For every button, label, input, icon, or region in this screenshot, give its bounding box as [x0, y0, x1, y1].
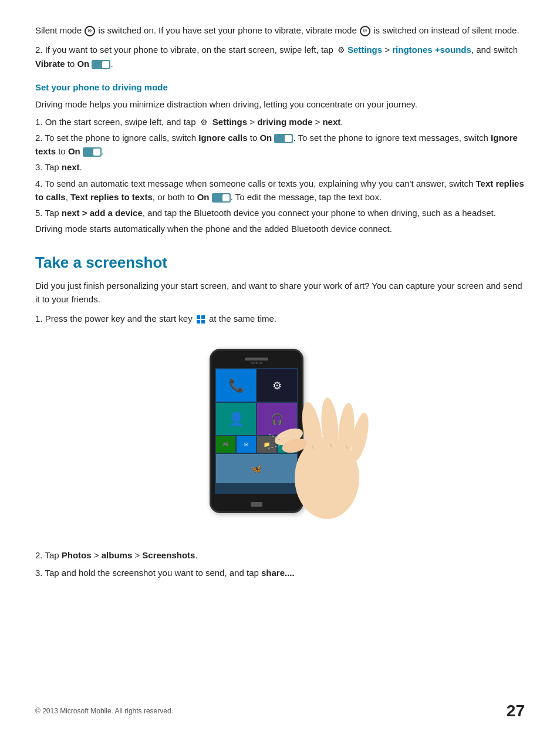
toggle-switch-3 — [83, 147, 102, 157]
phone-wrap: NOKIA 📞 ⚙ 👤 🎧 — [192, 343, 368, 531]
svg-rect-3 — [201, 320, 205, 323]
page-number: 27 — [507, 702, 525, 720]
on-label-3: On — [68, 146, 80, 156]
screenshot-step-3: 3. Tap and hold the screenshot you want … — [35, 566, 525, 579]
screenshot-intro: Did you just finish personalizing your s… — [35, 279, 525, 306]
ringtones-sounds-link: ringtones +sounds — [392, 45, 471, 55]
silent-mode-icon: ⊗ — [85, 26, 95, 36]
driving-section: Set your phone to driving mode Driving m… — [35, 81, 525, 236]
svg-rect-2 — [197, 320, 200, 323]
next-label-1: next — [322, 117, 340, 127]
photos-label: Photos — [62, 550, 92, 560]
screenshot-step-1: 1. Press the power key and the start key… — [35, 312, 525, 325]
on-label-2: On — [259, 133, 272, 143]
toggle-switch-1 — [92, 60, 110, 69]
footer: © 2013 Microsoft Mobile. All rights rese… — [35, 702, 525, 720]
tile-phone: 📞 — [216, 369, 256, 402]
svg-rect-0 — [197, 315, 200, 319]
albums-label: albums — [102, 550, 133, 560]
svg-line-15 — [267, 446, 280, 449]
vibrate-mode-icon: ⊘ — [360, 26, 370, 36]
phone-speaker — [245, 358, 268, 360]
settings-gear-icon-2: ⚙ — [199, 117, 210, 128]
driving-step-3: 3. Tap next. — [35, 160, 525, 174]
hand-illustration — [262, 378, 380, 531]
toggle-switch-2 — [274, 134, 293, 143]
screenshot-section: Take a screenshot Did you just finish pe… — [35, 254, 525, 579]
intro-paragraph-1: Silent mode ⊗ is switched on. If you hav… — [35, 23, 525, 37]
phone-illustration: NOKIA 📞 ⚙ 👤 🎧 — [35, 343, 525, 531]
page-content: Silent mode ⊗ is switched on. If you hav… — [35, 23, 525, 579]
driving-intro: Driving mode helps you minimize distract… — [35, 97, 525, 111]
driving-mode-label: driving mode — [257, 117, 312, 127]
bottom-steps: 2. Tap Photos > albums > Screenshots. 3.… — [35, 548, 525, 579]
screenshots-label: Screenshots — [142, 550, 195, 560]
tile-person: 👤 — [216, 403, 256, 435]
next-add-device-label: next > add a device — [62, 208, 143, 218]
copyright: © 2013 Microsoft Mobile. All rights rese… — [35, 707, 173, 715]
tile-sm-1: 🎮 — [216, 436, 235, 453]
vibrate-label: Vibrate — [35, 59, 65, 69]
ignore-calls-label: Ignore calls — [198, 133, 247, 143]
driving-outro: Driving mode starts automatically when t… — [35, 222, 525, 235]
driving-step-2: 2. To set the phone to ignore calls, swi… — [35, 131, 525, 159]
driving-step-4: 4. To send an automatic text message whe… — [35, 177, 525, 204]
windows-key-icon — [195, 314, 206, 325]
settings-label-2: Settings — [212, 117, 247, 127]
settings-link-1: Settings — [348, 45, 382, 55]
text-replies-texts-label: Text replies to texts — [70, 192, 153, 202]
screenshot-step-2: 2. Tap Photos > albums > Screenshots. — [35, 548, 525, 562]
toggle-switch-4 — [212, 193, 231, 203]
driving-step-1: 1. On the start screen, swipe left, and … — [35, 115, 525, 129]
share-label: share.... — [261, 568, 295, 578]
intro-paragraph-2: 2. If you want to set your phone to vibr… — [35, 43, 525, 70]
driving-step-5: 5. Tap next > add a device, and tap the … — [35, 206, 525, 220]
phone-brand: NOKIA — [251, 361, 263, 365]
phone-home-button — [251, 502, 262, 507]
svg-rect-1 — [201, 315, 205, 319]
next-label-2: next — [62, 162, 80, 172]
driving-heading: Set your phone to driving mode — [35, 81, 525, 95]
on-label-1: On — [77, 59, 89, 69]
on-label-4: On — [197, 192, 210, 202]
screenshot-heading: Take a screenshot — [35, 254, 525, 272]
tile-sm-2: ✉ — [237, 436, 256, 453]
settings-gear-icon-1: ⚙ — [336, 45, 347, 56]
